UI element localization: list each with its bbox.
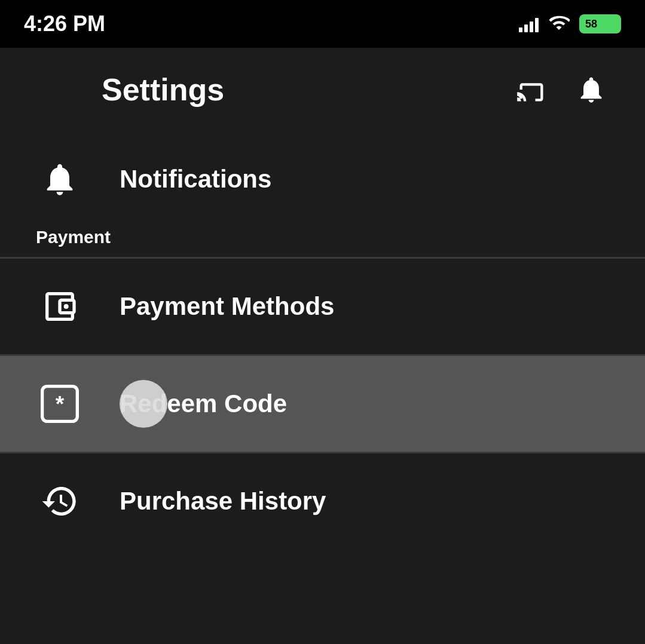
menu-item-notifications[interactable]: Notifications bbox=[0, 131, 645, 215]
purchase-history-label: Purchase History bbox=[120, 487, 326, 516]
svg-text:*: * bbox=[56, 391, 65, 416]
svg-point-0 bbox=[64, 304, 69, 309]
signal-icon bbox=[519, 16, 539, 32]
history-icon bbox=[36, 477, 84, 525]
menu-item-redeem-code[interactable]: * Redeem Code bbox=[0, 356, 645, 452]
status-icons: 58 bbox=[519, 12, 621, 36]
notifications-label: Notifications bbox=[120, 165, 271, 194]
header: Settings bbox=[0, 48, 645, 131]
bell-icon bbox=[36, 155, 84, 203]
touch-ripple bbox=[120, 380, 167, 428]
payment-methods-label: Payment Methods bbox=[120, 292, 334, 321]
cast-icon[interactable] bbox=[513, 72, 549, 108]
main-content: Settings Notifications Payment bbox=[0, 48, 645, 644]
header-actions bbox=[513, 72, 609, 108]
menu-item-payment-methods[interactable]: Payment Methods bbox=[0, 259, 645, 354]
menu-item-purchase-history[interactable]: Purchase History bbox=[0, 453, 645, 549]
wallet-icon bbox=[36, 283, 84, 330]
status-bar: 4:26 PM 58 bbox=[0, 0, 645, 48]
payment-section-label: Payment bbox=[0, 215, 645, 257]
asterisk-icon: * bbox=[36, 380, 84, 428]
wifi-icon bbox=[548, 12, 570, 36]
notification-icon[interactable] bbox=[573, 72, 609, 108]
status-time: 4:26 PM bbox=[24, 11, 105, 36]
battery-icon: 58 bbox=[579, 14, 621, 33]
page-title: Settings bbox=[102, 72, 224, 108]
